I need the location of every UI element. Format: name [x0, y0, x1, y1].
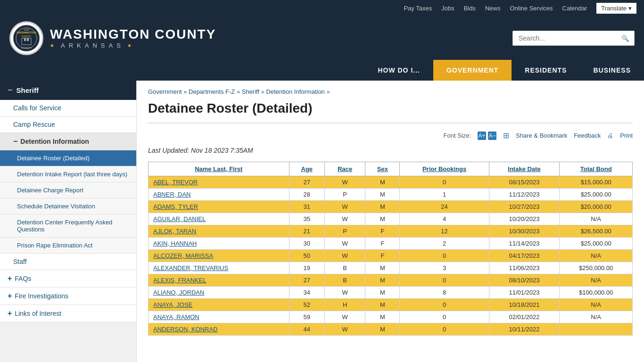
cell-race: B — [325, 262, 365, 274]
cell-name: ABEL, TREVOR — [149, 176, 289, 189]
translate-button[interactable]: Translate ▾ — [596, 3, 636, 14]
col-intake-date[interactable]: Intake Date — [489, 162, 560, 176]
col-total-bond[interactable]: Total Bond — [560, 162, 633, 176]
cell-sex: M — [365, 176, 400, 189]
cell-prior-bookings: 8 — [400, 287, 489, 299]
col-race-link[interactable]: Race — [338, 165, 352, 173]
col-sex-link[interactable]: Sex — [377, 165, 388, 173]
cell-name: ALEXIS, FRANKEL — [149, 274, 289, 287]
breadcrumb-government[interactable]: Government — [148, 88, 182, 95]
cell-prior-bookings: 0 — [400, 176, 489, 189]
pay-taxes-link[interactable]: Pay Taxes — [404, 5, 432, 12]
feedback-link[interactable]: Feedback — [574, 132, 601, 139]
cell-intake-date: 10/30/2023 — [489, 225, 560, 238]
cell-sex: M — [365, 213, 400, 225]
breadcrumb-departments[interactable]: Departments F-Z — [189, 88, 235, 95]
cell-name: AJLOK, TARAN — [149, 225, 289, 238]
col-name[interactable]: Name Last, First — [149, 162, 289, 176]
col-race[interactable]: Race — [325, 162, 365, 176]
sidebar-item-charge-report[interactable]: Detainee Charge Report — [0, 182, 136, 198]
breadcrumb-sheriff[interactable]: Sheriff — [242, 88, 259, 95]
calendar-link[interactable]: Calendar — [562, 5, 587, 12]
col-sex[interactable]: Sex — [365, 162, 400, 176]
col-age-link[interactable]: Age — [301, 165, 313, 173]
sidebar-item-faqs-bottom[interactable]: + FAQs — [0, 270, 136, 288]
sidebar-item-faq[interactable]: Detention Center Frequently Asked Questi… — [0, 214, 136, 238]
cell-race: W — [325, 201, 365, 213]
table-row: ALEXANDER, TREVARIUS19BM311/06/2023$250,… — [149, 262, 633, 274]
detainee-link[interactable]: ALCOZER, MARISSA — [153, 252, 213, 259]
star-icon-2: ★ — [127, 43, 135, 48]
last-updated: Last Updated: Nov 18 2023 7:35AM — [148, 147, 633, 154]
print-icon: 🖨 — [607, 132, 613, 139]
cell-age: 44 — [289, 323, 324, 336]
cell-intake-date: 08/15/2023 — [489, 176, 560, 189]
plus-icon-links: + — [8, 309, 12, 318]
table-row: ABNER, DAN28PM111/12/2023$25,000.00 — [149, 189, 633, 201]
col-prior-bookings-link[interactable]: Prior Bookings — [422, 165, 466, 173]
cell-race: W — [325, 323, 365, 336]
detainee-link[interactable]: ABNER, DAN — [153, 191, 190, 198]
detainee-link[interactable]: ALIANO, JORDAN — [153, 289, 204, 296]
sidebar-group-detention[interactable]: − Detention Information — [0, 133, 136, 150]
sidebar-item-detention-intake[interactable]: Detention Intake Report (last three days… — [0, 166, 136, 182]
detainee-link[interactable]: AKIN, HANNAH — [153, 240, 197, 247]
detainee-link[interactable]: AJLOK, TARAN — [153, 228, 196, 235]
nav-business[interactable]: BUSINESS — [580, 60, 644, 81]
bids-link[interactable]: Bids — [464, 5, 476, 12]
detainee-link[interactable]: ANAYA, JOSE — [153, 301, 192, 308]
cell-total-bond: N/A — [560, 274, 633, 287]
star-icon: ★ — [50, 43, 58, 48]
sidebar-item-calls-for-service[interactable]: Calls for Service — [0, 100, 136, 116]
cell-age: 59 — [289, 311, 324, 323]
sidebar-item-camp-rescue[interactable]: Camp Rescue — [0, 116, 136, 133]
cell-prior-bookings: 1 — [400, 189, 489, 201]
font-decrease-button[interactable]: A− — [488, 132, 496, 140]
sidebar-item-prison-rape[interactable]: Prison Rape Elimination Act — [0, 238, 136, 254]
cell-name: ANAYA, RAMON — [149, 311, 289, 323]
sidebar-item-detainee-roster[interactable]: Detainee Roster (Detailed) — [0, 150, 136, 166]
news-link[interactable]: News — [485, 5, 501, 12]
jobs-link[interactable]: Jobs — [441, 5, 454, 12]
detainee-link[interactable]: ALEXANDER, TREVARIUS — [153, 264, 228, 272]
sidebar-item-fire-investigations[interactable]: + Fire Investigations — [0, 288, 136, 305]
detainee-link[interactable]: ADAMS, TYLER — [153, 203, 198, 210]
cell-name: ANDERSON, KONRAD — [149, 323, 289, 336]
cell-race: W — [325, 287, 365, 299]
print-link[interactable]: Print — [620, 132, 633, 139]
main-nav: HOW DO I... GOVERNMENT RESIDENTS BUSINES… — [0, 60, 644, 81]
cell-total-bond: N/A — [560, 311, 633, 323]
cell-race: H — [325, 299, 365, 311]
detainee-link[interactable]: ANDERSON, KONRAD — [153, 326, 218, 333]
cell-sex: M — [365, 299, 400, 311]
col-age[interactable]: Age — [289, 162, 324, 176]
col-name-link[interactable]: Name Last, First — [195, 165, 242, 173]
detainee-link[interactable]: ABEL, TREVOR — [153, 179, 198, 186]
col-total-bond-link[interactable]: Total Bond — [580, 165, 612, 173]
cell-prior-bookings: 0 — [400, 274, 489, 287]
share-bookmark-link[interactable]: Share & Bookmark — [516, 132, 567, 139]
sidebar-item-links-of-interest[interactable]: + Links of Interest — [0, 305, 136, 322]
nav-residents[interactable]: RESIDENTS — [512, 60, 580, 81]
search-input[interactable] — [513, 31, 617, 45]
detainee-link[interactable]: ALEXIS, FRANKEL — [153, 277, 206, 284]
online-services-link[interactable]: Online Services — [510, 5, 553, 12]
sidebar-item-staff[interactable]: Staff — [0, 254, 136, 270]
cell-intake-date: 10/11/2022 — [489, 323, 560, 336]
col-prior-bookings[interactable]: Prior Bookings — [400, 162, 489, 176]
nav-government[interactable]: GOVERNMENT — [433, 60, 512, 81]
cell-total-bond — [560, 323, 633, 336]
detainee-link[interactable]: AGUILAR, DANIEL — [153, 215, 206, 222]
cell-total-bond: $25,000.00 — [560, 189, 633, 201]
nav-how-do-i[interactable]: HOW DO I... — [364, 60, 433, 81]
font-increase-button[interactable]: A+ — [478, 132, 486, 140]
cell-prior-bookings: 0 — [400, 250, 489, 262]
detainee-link[interactable]: ANAYA, RAMON — [153, 313, 199, 321]
table-row: ANAYA, JOSE52HM010/18/2021N/A — [149, 299, 633, 311]
table-row: ALIANO, JORDAN34WM811/01/2023$100,000.00 — [149, 287, 633, 299]
sidebar-item-schedule-visitation[interactable]: Schedule Detainee Visitation — [0, 198, 136, 214]
col-intake-date-link[interactable]: Intake Date — [508, 165, 540, 173]
cell-sex: M — [365, 287, 400, 299]
search-button[interactable]: 🔍 — [617, 31, 634, 45]
breadcrumb-detention[interactable]: Detention Information — [266, 88, 325, 95]
